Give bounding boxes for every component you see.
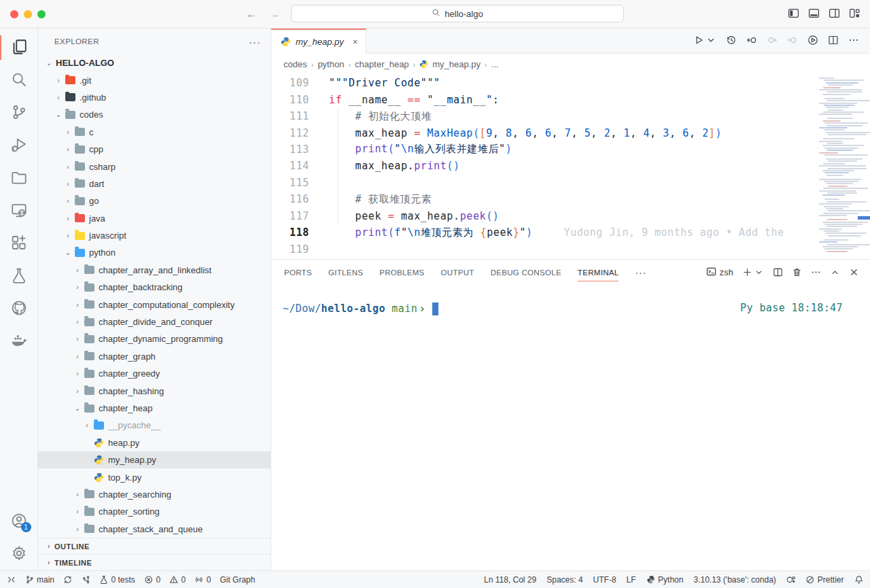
maximize-panel-icon[interactable] — [830, 267, 840, 279]
code-line-119[interactable]: 119 — [271, 241, 812, 257]
breadcrumb[interactable]: codes›python›chapter_heap›my_heap.py›... — [271, 54, 870, 75]
code-line-115[interactable]: 115 — [271, 175, 812, 191]
status-0[interactable]: 0 — [169, 575, 186, 585]
back-icon[interactable]: ← — [246, 8, 257, 20]
run-dropdown-icon[interactable] — [706, 35, 716, 48]
status-spaces-4[interactable]: Spaces: 4 — [546, 575, 582, 585]
section-timeline[interactable]: ›TIMELINE — [38, 554, 271, 570]
code-line-118[interactable]: 118 print(f"\n堆顶元素为 {peek}")Yudong Jin, … — [271, 224, 812, 241]
status-bell[interactable] — [854, 575, 864, 585]
panel-tab-terminal[interactable]: TERMINAL — [578, 260, 619, 286]
split-terminal-icon[interactable] — [773, 267, 783, 279]
activity-item-explorer[interactable] — [0, 31, 38, 64]
more-actions-icon[interactable] — [848, 35, 859, 48]
tree-item-chapter-array-and-linkedlist[interactable]: ›chapter_array_and_linkedlist — [38, 262, 271, 279]
tree-item-chapter-dynamic-programming[interactable]: ›chapter_dynamic_programming — [38, 330, 271, 347]
panel-tab-output[interactable]: OUTPUT — [441, 260, 474, 286]
terminal-dropdown-icon[interactable] — [754, 267, 764, 279]
activity-item-extensions[interactable] — [0, 227, 38, 260]
status-ln-118-col-29[interactable]: Ln 118, Col 29 — [484, 575, 536, 585]
toggle-panel-icon[interactable] — [808, 7, 820, 21]
status-0-tests[interactable]: 0 tests — [99, 575, 135, 585]
tree-root-hello-algo[interactable]: ⌄HELLO-ALGO — [38, 54, 271, 71]
command-center-search[interactable]: hello-algo — [291, 5, 624, 22]
kill-terminal-icon[interactable] — [792, 267, 802, 279]
section-outline[interactable]: ›OUTLINE — [38, 538, 271, 554]
tree-item--pycache-[interactable]: ›__pycache__ — [38, 417, 271, 434]
code-line-109[interactable]: 109"""Driver Code""" — [271, 75, 812, 91]
run-python-file-icon[interactable] — [693, 35, 704, 48]
panel-more-tabs-icon[interactable]: ··· — [635, 267, 646, 278]
code-line-117[interactable]: 117 peek = max_heap.peek() — [271, 208, 812, 224]
tree-item-cpp[interactable]: ›cpp — [38, 141, 271, 158]
zoom-window-button[interactable] — [37, 10, 46, 18]
minimize-window-button[interactable] — [24, 10, 32, 18]
panel-tab-debug-console[interactable]: DEBUG CONSOLE — [491, 260, 561, 286]
status-prettier[interactable]: Prettier — [805, 575, 843, 585]
open-changes-icon[interactable] — [746, 35, 757, 48]
tree-item-chapter-hashing[interactable]: ›chapter_hashing — [38, 382, 271, 399]
status-git-graph[interactable]: Git Graph — [220, 575, 255, 585]
status-python[interactable]: Python — [646, 575, 684, 585]
tree-item-chapter-greedy[interactable]: ›chapter_greedy — [38, 365, 271, 382]
tree-item-chapter-computational-complexity[interactable]: ›chapter_computational_complexity — [38, 296, 271, 313]
activity-item-accounts[interactable]: 1 — [0, 505, 38, 538]
toggle-sidebar-icon[interactable] — [788, 7, 799, 21]
tree-item-codes[interactable]: ⌄codes — [38, 106, 271, 123]
breadcrumb-item[interactable]: chapter_heap — [355, 59, 409, 69]
customize-layout-icon[interactable] — [849, 7, 860, 21]
status-utf-8[interactable]: UTF-8 — [593, 575, 616, 585]
tree-item-chapter-stack-and-queue[interactable]: ›chapter_stack_and_queue — [38, 521, 271, 538]
tree-item-java[interactable]: ›java — [38, 210, 271, 227]
tree-item-chapter-graph[interactable]: ›chapter_graph — [38, 348, 271, 365]
tree-item-chapter-sorting[interactable]: ›chapter_sorting — [38, 503, 271, 520]
status-hub[interactable] — [786, 575, 796, 585]
status-main[interactable]: main — [25, 575, 55, 585]
gitlens-icon[interactable] — [807, 35, 818, 48]
tree-item--git[interactable]: ›.git — [38, 71, 271, 88]
breadcrumb-item[interactable]: ... — [491, 59, 499, 69]
tree-item-heap-py[interactable]: heap.py — [38, 434, 271, 451]
code-line-113[interactable]: 113 print("\n输入列表并建堆后") — [271, 141, 812, 158]
tree-item-go[interactable]: ›go — [38, 192, 271, 209]
activity-item-settings[interactable] — [0, 538, 38, 570]
panel-tab-problems[interactable]: PROBLEMS — [379, 260, 424, 286]
activity-item-github[interactable] — [0, 292, 38, 325]
tree-item-chapter-backtracking[interactable]: ›chapter_backtracking — [38, 279, 271, 296]
split-editor-icon[interactable] — [828, 35, 839, 48]
code-line-114[interactable]: 114 max_heap.print() — [271, 158, 812, 174]
panel-tab-gitlens[interactable]: GITLENS — [328, 260, 363, 286]
panel-more-actions-icon[interactable] — [811, 267, 821, 279]
status-0[interactable]: 0 — [194, 575, 211, 585]
code-line-111[interactable]: 111 # 初始化大顶堆 — [271, 108, 812, 124]
tree-item-c[interactable]: ›c — [38, 124, 271, 141]
tree-item-chapter-heap[interactable]: ⌄chapter_heap — [38, 400, 271, 417]
close-panel-icon[interactable] — [849, 267, 859, 279]
code-line-110[interactable]: 110if __name__ == "__main__": — [271, 91, 812, 107]
tree-item-javascript[interactable]: ›javascript — [38, 227, 271, 244]
status-remote[interactable] — [7, 575, 16, 585]
status-3-10-13-base-conda[interactable]: 3.10.13 ('base': conda) — [693, 575, 776, 585]
tree-item-top-k-py[interactable]: top_k.py — [38, 468, 271, 485]
forward-icon[interactable]: → — [269, 8, 280, 20]
close-window-button[interactable] — [10, 10, 18, 18]
tree-item-chapter-divide-and-conquer[interactable]: ›chapter_divide_and_conquer — [38, 313, 271, 330]
tree-item-my-heap-py[interactable]: my_heap.py — [38, 451, 271, 468]
file-history-icon[interactable] — [726, 35, 737, 48]
activity-item-docker[interactable] — [0, 325, 38, 358]
toggle-secondary-sidebar-icon[interactable] — [829, 7, 840, 21]
code-line-112[interactable]: 112 max_heap = MaxHeap([9, 8, 6, 6, 7, 5… — [271, 124, 812, 141]
breadcrumb-item[interactable]: python — [317, 59, 344, 69]
activity-item-folder[interactable] — [0, 162, 38, 194]
status-lf[interactable]: LF — [627, 575, 636, 585]
close-tab-icon[interactable]: × — [353, 37, 358, 47]
status-sync[interactable] — [63, 575, 73, 585]
activity-item-testing[interactable] — [0, 260, 38, 292]
code-line-116[interactable]: 116 # 获取堆顶元素 — [271, 191, 812, 207]
terminal[interactable]: ~/Dow/hello-algo main› Py base 18:18:47 — [272, 286, 870, 570]
tree-item-python[interactable]: ⌄python — [38, 244, 271, 261]
tree-item--github[interactable]: ›.github — [38, 89, 271, 106]
new-terminal-icon[interactable] — [742, 267, 752, 279]
tree-item-csharp[interactable]: ›csharp — [38, 158, 271, 175]
tree-item-chapter-searching[interactable]: ›chapter_searching — [38, 486, 271, 503]
